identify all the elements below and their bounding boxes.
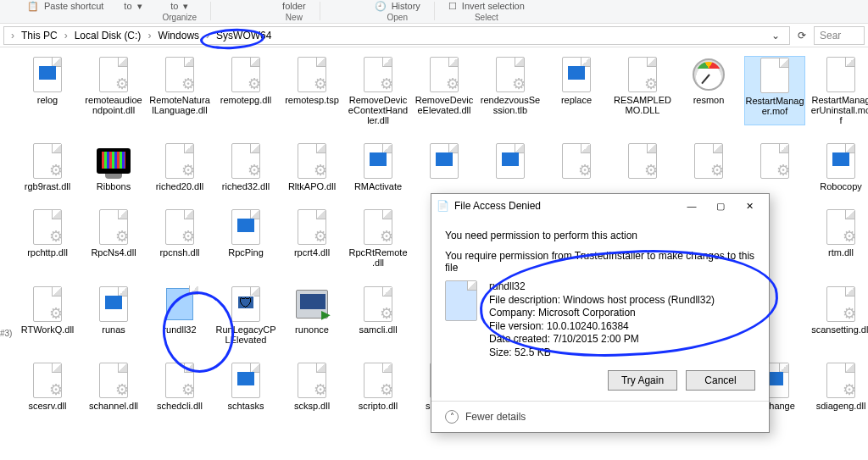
gear-icon (293, 56, 331, 93)
breadcrumb[interactable]: › This PC › Local Disk (C:) › Windows › … (3, 26, 790, 45)
gear-icon (359, 285, 397, 323)
file-item[interactable]: RESAMPLEDMO.DLL (612, 56, 673, 125)
file-item[interactable] (546, 142, 607, 191)
file-item[interactable]: rtm.dll (810, 208, 868, 268)
file-item[interactable]: remotepg.dll (215, 56, 276, 125)
bigblue-icon (161, 285, 198, 323)
file-item[interactable]: riched20.dll (149, 142, 210, 191)
refresh-button[interactable]: ⟳ (793, 27, 810, 44)
gear-icon (624, 56, 661, 93)
crumb-c[interactable]: Local Disk (C:) (71, 30, 145, 42)
file-item[interactable]: rpcrt4.dll (281, 208, 342, 268)
file-item[interactable]: relog (17, 56, 78, 125)
file-item[interactable]: schedcli.dll (149, 362, 210, 411)
file-label: remoteaudioendpoint.dll (83, 95, 144, 115)
dialog-titlebar[interactable]: 📄 File Access Denied — ▢ ✕ (431, 194, 769, 218)
file-item[interactable]: rpcnsh.dll (149, 208, 210, 268)
file-item[interactable]: scripto.dll (348, 362, 409, 411)
file-label: RemoveDeviceContextHandler.dll (348, 95, 409, 125)
file-item[interactable]: RTWorkQ.dll (17, 285, 78, 345)
file-item[interactable]: RestartManagerUninstall.mof (810, 56, 868, 125)
file-item[interactable]: resmon (678, 56, 739, 125)
file-item[interactable]: RltkAPO.dll (281, 142, 342, 191)
file-label: rpchttp.dll (27, 247, 68, 258)
open-group-label: Open (387, 13, 408, 22)
file-item[interactable]: RemoveDeviceContextHandler.dll (348, 56, 409, 125)
shield-icon (227, 285, 264, 323)
file-label: rtm.dll (828, 247, 854, 258)
file-item[interactable]: RemoveDeviceElevated.dll (414, 56, 475, 125)
crumb-windows[interactable]: Windows (154, 30, 203, 42)
file-item[interactable]: samcli.dll (348, 285, 409, 345)
file-item[interactable]: RpcNs4.dll (83, 208, 144, 268)
crumb-syswow64[interactable]: SysWOW64 (213, 30, 275, 42)
history-label[interactable]: History (392, 1, 420, 11)
gear-icon (822, 285, 860, 323)
file-item[interactable]: rundll32 (149, 285, 210, 345)
invert-label[interactable]: Invert selection (462, 1, 525, 11)
file-label: RpcNs4.dll (91, 247, 136, 258)
file-item[interactable]: scesrv.dll (17, 362, 78, 411)
search-input[interactable]: Sear (814, 26, 865, 45)
dialog-title: File Access Denied (454, 200, 541, 212)
file-item[interactable]: riched32.dll (215, 142, 276, 191)
file-label: RemoveDeviceElevated.dll (414, 95, 475, 115)
file-item[interactable] (678, 142, 739, 191)
fewer-details-toggle[interactable]: ˄ Fewer details (431, 401, 769, 432)
file-item[interactable]: RpcRtRemote.dll (348, 208, 409, 268)
paste-shortcut-icon: 📋 (27, 1, 39, 12)
close-button[interactable]: ✕ (735, 197, 764, 215)
file-item[interactable]: schannel.dll (83, 362, 144, 411)
file-item[interactable]: remotesp.tsp (281, 56, 342, 125)
to-2[interactable]: to (170, 1, 178, 11)
file-item[interactable]: runonce (281, 285, 342, 345)
file-item[interactable]: rendezvousSession.tlb (480, 56, 541, 125)
file-item[interactable]: rpchttp.dll (17, 208, 78, 268)
file-item[interactable]: RMActivate (348, 142, 409, 191)
term-icon (558, 56, 595, 93)
crumb-this-pc[interactable]: This PC (18, 30, 61, 42)
file-item[interactable]: schtasks (215, 362, 276, 411)
gear-icon (492, 56, 529, 93)
file-item[interactable]: replace (546, 56, 607, 125)
file-label: riched20.dll (156, 181, 203, 191)
gear-icon (95, 56, 132, 93)
gear-icon (426, 56, 463, 93)
file-item[interactable] (612, 142, 673, 191)
file-item[interactable]: RemoteNaturalLanguage.dll (149, 56, 210, 125)
cancel-button[interactable]: Cancel (686, 370, 755, 391)
file-label: sdiageng.dll (816, 401, 866, 411)
maximize-button[interactable]: ▢ (706, 197, 735, 215)
folder-label[interactable]: folder (282, 1, 306, 11)
file-item[interactable]: Robocopy (810, 142, 868, 191)
file-label: runas (102, 324, 125, 335)
file-item[interactable]: RunLegacyCPLElevated (215, 285, 276, 345)
gear-icon (624, 142, 661, 180)
file-item[interactable]: Ribbons (83, 142, 144, 191)
file-item[interactable] (744, 142, 805, 191)
file-item[interactable]: scansetting.dll (810, 285, 868, 345)
file-item[interactable]: scksp.dll (281, 362, 342, 411)
file-item[interactable] (480, 142, 541, 191)
file-item[interactable]: runas (83, 285, 144, 345)
gear-icon (95, 362, 132, 399)
try-again-button[interactable]: Try Again (608, 370, 677, 391)
file-item[interactable]: RestartManager.mof (744, 56, 805, 125)
file-item[interactable]: RpcPing (215, 208, 276, 268)
meta-version: File version: 10.0.10240.16384 (489, 320, 715, 334)
file-item[interactable]: remoteaudioendpoint.dll (83, 56, 144, 125)
paste-shortcut-label[interactable]: Paste shortcut (44, 1, 103, 11)
gear-icon (822, 208, 860, 246)
gear-icon (161, 362, 198, 399)
term-icon (359, 142, 397, 180)
chevron-right-icon[interactable]: › (9, 30, 16, 42)
minimize-button[interactable]: — (677, 197, 706, 215)
file-item[interactable] (414, 142, 475, 191)
to-1[interactable]: to (124, 1, 131, 11)
gear-icon (359, 208, 397, 246)
file-item[interactable]: sdiageng.dll (810, 362, 868, 411)
file-label: scksp.dll (294, 401, 330, 411)
file-item[interactable]: rgb9rast.dll (17, 142, 78, 191)
address-dropdown-icon[interactable]: ⌄ (767, 27, 784, 44)
gear-icon (227, 56, 264, 93)
